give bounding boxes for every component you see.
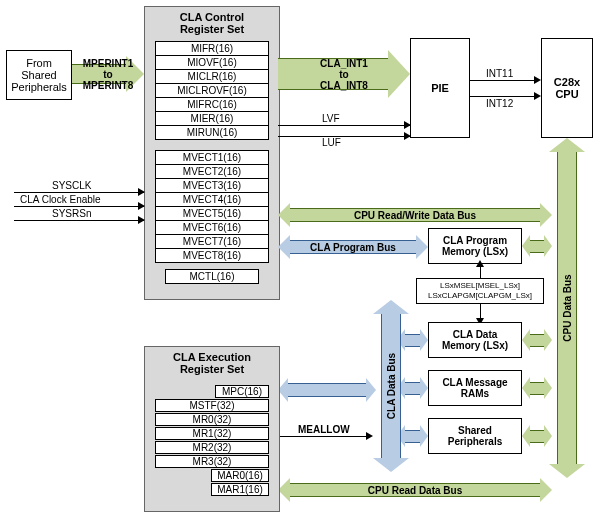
from-shared-peripherals-box: From Shared Peripherals [6, 50, 72, 100]
lvf-line [278, 125, 410, 126]
data-mem-right-arrow [522, 329, 552, 351]
shared-periph-right-arrow [522, 425, 552, 447]
exec-to-data-bus-arrow [278, 378, 376, 402]
exec-row-mar0: MAR0(16) [155, 469, 269, 483]
sysclk-arrowhead [138, 188, 145, 196]
cla-data-bus-label: CLA Data Bus [386, 353, 397, 419]
reg: MIFRC(16) [156, 98, 268, 112]
cla-clk-en-line [14, 206, 144, 207]
sysrsn-label: SYSRSn [52, 208, 91, 219]
cla-execution-panel: CLA Execution Register Set MPC(16) MSTF(… [144, 346, 280, 512]
sysrsn-line [14, 220, 144, 221]
reg: MICLR(16) [156, 70, 268, 84]
cla-data-memory-box: CLA Data Memory (LSx) [428, 322, 522, 358]
cla-data-bus-arrow: CLA Data Bus [373, 300, 409, 472]
cla-prog-bus-arrow: CLA Program Bus [278, 235, 428, 259]
int12-line [470, 96, 534, 97]
sysclk-label: SYSCLK [52, 180, 91, 191]
reg: MVECT5(16) [156, 207, 268, 221]
exec-row-mr0: MR0(32) [155, 413, 269, 427]
ctrl-reg-group-b: MVECT1(16) MVECT2(16) MVECT3(16) MVECT4(… [155, 150, 269, 263]
mctl-reg: MCTL(16) [165, 269, 259, 284]
mperint-arrow: MPERINT1 to MPERINT8 [72, 56, 144, 92]
int12-label: INT12 [486, 98, 513, 109]
exec-row-mr1: MR1(32) [155, 427, 269, 441]
reg: MVECT3(16) [156, 179, 268, 193]
reg: MVECT1(16) [156, 151, 268, 165]
int12-arrowhead [534, 92, 541, 100]
lvf-label: LVF [322, 113, 340, 124]
reg: MIOVF(16) [156, 56, 268, 70]
msg-ram-right-arrow [522, 377, 552, 399]
cla-message-rams-box: CLA Message RAMs [428, 370, 522, 406]
cla-control-title: CLA Control Register Set [145, 7, 279, 39]
cla-clk-en-label: CLA Clock Enable [20, 194, 101, 205]
meallow-arrowhead [366, 432, 373, 440]
exec-row-mstf: MSTF(32) [155, 399, 269, 413]
pie-box: PIE [410, 38, 470, 138]
reg: MIER(16) [156, 112, 268, 126]
cla-execution-title: CLA Execution Register Set [145, 347, 279, 379]
meallow-line [278, 436, 370, 437]
cpu-box: C28x CPU [541, 38, 593, 138]
sysrsn-arrowhead [138, 216, 145, 224]
reg: MIFR(16) [156, 42, 268, 56]
cpu-data-bus-arrow: CPU Data Bus [549, 138, 585, 478]
shared-peripherals-box: Shared Peripherals [428, 418, 522, 454]
cpu-rw-bus-arrow: CPU Read/Write Data Bus [278, 203, 552, 227]
cla-program-memory-box: CLA Program Memory (LSx) [428, 228, 522, 264]
reg: MVECT7(16) [156, 235, 268, 249]
reg: MVECT6(16) [156, 221, 268, 235]
luf-line [278, 136, 410, 137]
cla-int-arrow: CLA_INT1 to CLA_INT8 [278, 50, 410, 98]
reg: MVECT4(16) [156, 193, 268, 207]
int11-arrowhead [534, 76, 541, 84]
exec-row-mpc: MPC(16) [155, 385, 269, 399]
cpu-data-bus-label: CPU Data Bus [562, 274, 573, 341]
reg: MVECT8(16) [156, 249, 268, 262]
reg: MIRUN(16) [156, 126, 268, 139]
ctrl-reg-group-a: MIFR(16) MIOVF(16) MICLR(16) MICLROVF(16… [155, 41, 269, 140]
int11-line [470, 80, 534, 81]
sysclk-line [14, 192, 144, 193]
exec-row-mar1: MAR1(16) [155, 483, 269, 497]
lsx-select-box: LSxMSEL[MSEL_LSx] LSxCLAPGM[CLAPGM_LSx] [416, 278, 544, 304]
lsx-up-arrowhead [476, 260, 484, 267]
int11-label: INT11 [486, 68, 513, 79]
prog-mem-to-cpu-bus-arrow [522, 235, 552, 257]
cla-clk-en-arrowhead [138, 202, 145, 210]
reg: MICLROVF(16) [156, 84, 268, 98]
luf-label: LUF [322, 137, 341, 148]
cpu-read-bus-arrow: CPU Read Data Bus [278, 478, 552, 502]
luf-arrowhead [404, 132, 411, 140]
exec-row-mr2: MR2(32) [155, 441, 269, 455]
reg: MVECT2(16) [156, 165, 268, 179]
lvf-arrowhead [404, 121, 411, 129]
exec-row-mr3: MR3(32) [155, 455, 269, 469]
cla-control-panel: CLA Control Register Set MIFR(16) MIOVF(… [144, 6, 280, 300]
meallow-label: MEALLOW [298, 424, 350, 435]
